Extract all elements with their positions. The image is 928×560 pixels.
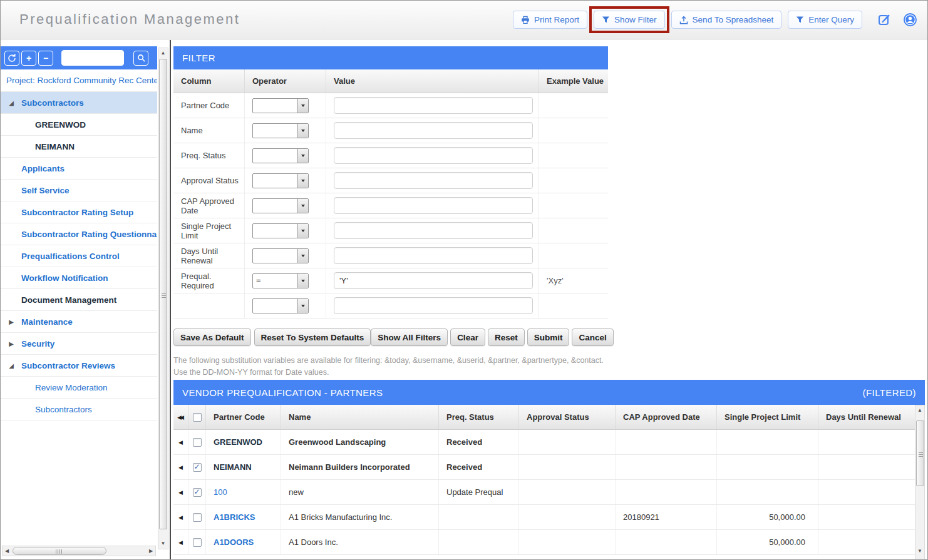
column-header[interactable]: CAP Approved Date [616, 405, 717, 429]
select-arrow-icon[interactable] [297, 99, 308, 113]
sidebar-horizontal-scrollbar[interactable]: ◀ ▶ [2, 546, 156, 556]
row-expand-icon[interactable]: ◀ [178, 439, 183, 445]
send-to-spreadsheet-button[interactable]: Send To Spreadsheet [671, 11, 782, 29]
user-icon[interactable] [902, 13, 917, 28]
enter-query-button[interactable]: Enter Query [788, 11, 862, 29]
print-report-button[interactable]: Print Report [513, 11, 587, 29]
row-checkbox[interactable] [193, 513, 202, 522]
sidebar-item-neimann[interactable]: NEIMANN [1, 136, 157, 158]
refresh-icon[interactable] [4, 51, 19, 66]
select-arrow-icon[interactable] [297, 149, 308, 163]
column-header[interactable]: Name [281, 405, 439, 429]
show-all-filters-button[interactable]: Show All Filters [371, 328, 448, 346]
operator-select[interactable] [252, 98, 309, 113]
expand-all-icon[interactable]: + [21, 51, 36, 66]
operator-select[interactable] [252, 223, 309, 238]
scroll-up-icon[interactable]: ▲ [915, 406, 924, 415]
table-row[interactable]: ◀ A1DOORS A1 Doors Inc. 50,000.00 [173, 530, 925, 555]
scroll-left-icon[interactable]: ◀ [3, 546, 11, 556]
filter-value-input[interactable] [334, 197, 533, 214]
filter-value-input[interactable] [334, 247, 533, 264]
column-header[interactable]: Partner Code [206, 405, 281, 429]
partner-code-link[interactable]: 100 [214, 487, 227, 497]
row-checkbox[interactable] [193, 438, 202, 447]
row-checkbox[interactable] [193, 488, 202, 497]
select-arrow-icon[interactable] [297, 199, 308, 213]
scrollbar-thumb[interactable] [916, 420, 924, 486]
scroll-up-icon[interactable]: ▲ [158, 49, 168, 58]
filter-value-input[interactable] [334, 172, 533, 189]
filter-value-input[interactable] [334, 97, 533, 114]
scroll-right-icon[interactable]: ▶ [147, 546, 155, 556]
collapse-all-icon[interactable]: ◀◀ [177, 414, 182, 420]
sidebar-item-applicants[interactable]: Applicants [1, 158, 157, 180]
operator-select[interactable] [252, 148, 309, 163]
operator-select[interactable] [252, 248, 309, 263]
select-arrow-icon[interactable] [297, 274, 308, 288]
sidebar-item-security[interactable]: ▶ Security [1, 333, 157, 355]
clear-button[interactable]: Clear [450, 328, 485, 346]
column-header[interactable]: Preq. Status [439, 405, 519, 429]
table-row[interactable]: ◀ NEIMANN Neimann Builders Incorporated … [173, 455, 925, 480]
expanded-icon[interactable]: ◢ [7, 99, 16, 106]
save-as-default-button[interactable]: Save As Default [173, 328, 251, 346]
sidebar-item-subcontractor-rating-setup[interactable]: Subcontractor Rating Setup [1, 201, 157, 223]
row-checkbox[interactable] [193, 463, 202, 472]
sidebar-vertical-scrollbar[interactable]: ▲ ▼ [158, 48, 168, 549]
select-arrow-icon[interactable] [297, 174, 308, 188]
select-all-checkbox[interactable] [193, 413, 202, 422]
sidebar-item-subcontractors-child[interactable]: Subcontractors [1, 399, 157, 420]
scrollbar-thumb[interactable] [13, 547, 106, 555]
select-arrow-icon[interactable] [297, 299, 308, 313]
sidebar-item-self-service[interactable]: Self Service [1, 180, 157, 201]
sidebar-item-document-management[interactable]: Document Management [1, 289, 157, 311]
operator-select[interactable] [252, 173, 309, 188]
reset-to-system-defaults-button[interactable]: Reset To System Defaults [254, 328, 371, 346]
operator-select[interactable] [252, 198, 309, 213]
column-header[interactable]: Days Until Renewal [818, 405, 915, 429]
cancel-button[interactable]: Cancel [572, 328, 613, 346]
table-row[interactable]: ◀ A1BRICKS A1 Bricks Manufacturing Inc. … [173, 505, 925, 530]
partner-code-link[interactable]: A1DOORS [214, 537, 254, 547]
collapse-all-icon[interactable]: − [38, 51, 53, 66]
filter-value-input[interactable] [334, 272, 533, 289]
search-icon[interactable] [133, 51, 148, 66]
operator-select[interactable]: = [252, 273, 309, 288]
row-expand-icon[interactable]: ◀ [178, 464, 183, 471]
row-expand-icon[interactable]: ◀ [178, 514, 183, 521]
show-filter-button[interactable]: Show Filter [594, 11, 665, 29]
sidebar-item-subcontractor-rating-questionnaire[interactable]: Subcontractor Rating Questionnaire [1, 223, 157, 245]
scroll-down-icon[interactable]: ▼ [915, 547, 924, 556]
sidebar-item-subcontractor-reviews[interactable]: ◢ Subcontractor Reviews [1, 355, 157, 377]
scroll-down-icon[interactable]: ▼ [158, 539, 168, 548]
sidebar-item-review-moderation[interactable]: Review Moderation [1, 377, 157, 399]
scrollbar-thumb[interactable] [159, 59, 167, 529]
operator-select[interactable] [252, 298, 309, 313]
filter-value-input[interactable] [334, 297, 533, 314]
edit-icon[interactable] [877, 13, 892, 28]
sidebar-item-maintenance[interactable]: ▶ Maintenance [1, 311, 157, 333]
operator-select[interactable] [252, 123, 309, 138]
filter-value-input[interactable] [334, 122, 533, 139]
select-arrow-icon[interactable] [297, 224, 308, 238]
collapsed-icon[interactable]: ▶ [7, 318, 16, 325]
column-header[interactable]: Single Project Limit [717, 405, 818, 429]
sidebar-item-greenwod[interactable]: GREENWOD [1, 114, 157, 136]
partner-code-link[interactable]: A1BRICKS [214, 512, 255, 522]
column-header[interactable]: Approval Status [519, 405, 616, 429]
sidebar-item-subcontractors[interactable]: ◢ Subcontractors [1, 92, 157, 114]
sidebar-item-prequalfications-control[interactable]: Prequalfications Control [1, 245, 157, 267]
grid-vertical-scrollbar[interactable]: ▲ ▼ [915, 405, 925, 560]
sidebar-item-workflow-notification[interactable]: Workflow Notification [1, 267, 157, 289]
select-arrow-icon[interactable] [297, 124, 308, 138]
submit-button[interactable]: Submit [527, 328, 570, 346]
filter-value-input[interactable] [334, 222, 533, 239]
reset-button[interactable]: Reset [488, 328, 525, 346]
filter-value-input[interactable] [334, 147, 533, 164]
row-expand-icon[interactable]: ◀ [178, 539, 183, 546]
collapsed-icon[interactable]: ▶ [7, 340, 16, 347]
table-row[interactable]: ◀ GREENWOD Greenwood Landscaping Receive… [173, 430, 925, 455]
row-expand-icon[interactable]: ◀ [178, 489, 183, 496]
row-checkbox[interactable] [193, 538, 202, 547]
tree-search-input[interactable] [61, 50, 124, 66]
